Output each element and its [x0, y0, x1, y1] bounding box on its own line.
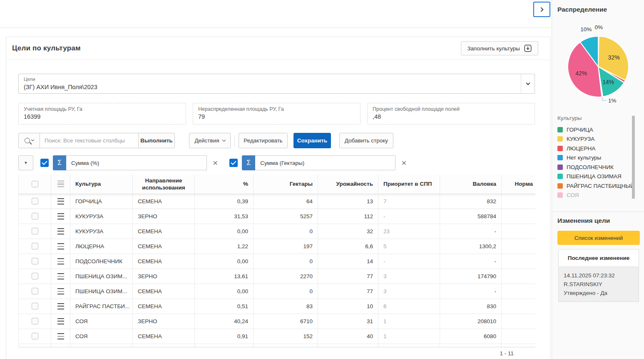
row-checkbox[interactable]	[32, 243, 38, 249]
cell-usage[interactable]: ЗЕРНО	[133, 269, 195, 284]
row-menu-cell[interactable]	[51, 284, 70, 299]
cell-gross[interactable]: -	[440, 284, 502, 299]
row-menu-cell[interactable]	[51, 254, 70, 269]
row-menu-icon[interactable]	[57, 213, 64, 219]
cell-percent[interactable]: 0,00	[195, 254, 254, 269]
row-menu-icon[interactable]	[57, 288, 64, 294]
cell-hectares[interactable]: 197	[254, 239, 318, 254]
row-menu-cell[interactable]	[51, 314, 70, 329]
row-select-cell[interactable]	[19, 254, 51, 269]
row-checkbox[interactable]	[32, 228, 38, 234]
row-menu-icon[interactable]	[57, 333, 64, 339]
cell-hectares[interactable]: 6710	[254, 314, 318, 329]
goal-select-caret[interactable]	[521, 74, 535, 93]
row-menu-cell[interactable]	[51, 299, 70, 314]
cell-percent[interactable]: 31,53	[195, 209, 254, 224]
legend-item[interactable]: РАЙГРАС ПАСТБИЩНЫЙ	[557, 181, 640, 191]
cell-yield[interactable]: 31	[318, 314, 378, 329]
aggregate-menu-button[interactable]: ▼	[18, 155, 33, 170]
column-header-usage[interactable]: Направление использования	[133, 175, 195, 194]
cell-culture[interactable]: ЛЮЦЕРНА	[70, 239, 133, 254]
row-menu-cell[interactable]	[51, 239, 70, 254]
cell-hectares[interactable]: 0	[254, 284, 318, 299]
cell-gross[interactable]: 588784	[440, 209, 502, 224]
cell-norm[interactable]	[502, 314, 536, 329]
goal-select[interactable]: Цели (ЗГ) АХИ Ивня_Поля\2023	[18, 74, 535, 94]
cell-norm[interactable]	[502, 224, 536, 239]
row-checkbox[interactable]	[32, 198, 38, 204]
cell-culture[interactable]: СОЯ	[70, 329, 133, 344]
row-select-cell[interactable]	[19, 224, 51, 239]
cell-norm[interactable]	[502, 209, 536, 224]
legend-item[interactable]: СОЯ	[557, 191, 640, 200]
sigma-icon[interactable]: Σ	[53, 155, 66, 170]
cell-usage[interactable]: СЕМЕНА	[133, 194, 195, 209]
cell-culture[interactable]: КУКУРУЗА	[70, 209, 133, 224]
cell-hectares[interactable]: 83	[254, 299, 318, 314]
row-select-cell[interactable]	[19, 314, 51, 329]
row-menu-icon[interactable]	[57, 258, 64, 264]
legend-item[interactable]: ЛЮЦЕРНА	[557, 144, 640, 153]
fill-cultures-button[interactable]: Заполнить культуры	[461, 41, 538, 55]
edit-button[interactable]: Редактировать	[239, 133, 288, 148]
cell-usage[interactable]: ЗЕРНО	[133, 314, 195, 329]
cell-percent[interactable]: 0,91	[195, 329, 254, 344]
cell-percent[interactable]: 0,51	[195, 299, 254, 314]
cell-usage[interactable]: СЕМЕНА	[133, 284, 195, 299]
search-input[interactable]	[40, 133, 139, 148]
remove-aggregate2-icon[interactable]: ×	[401, 159, 406, 167]
cell-culture[interactable]: СОЯ	[70, 314, 133, 329]
collapse-panel-button[interactable]	[533, 2, 550, 17]
cell-norm[interactable]	[502, 299, 536, 314]
column-header-gross[interactable]: Валовка	[440, 175, 502, 194]
aggregate2-checkbox[interactable]	[229, 159, 238, 167]
row-checkbox[interactable]	[32, 273, 38, 279]
cell-gross[interactable]: -	[440, 224, 502, 239]
row-select-cell[interactable]	[19, 194, 51, 209]
row-select-cell[interactable]	[19, 239, 51, 254]
legend-item[interactable]: ПОДСОЛНЕЧНИК	[557, 162, 640, 172]
cell-usage[interactable]: СЕМЕНА	[133, 224, 195, 239]
row-menu-cell[interactable]	[51, 209, 70, 224]
changes-list-button[interactable]: Список изменений	[557, 231, 640, 245]
column-header-priority[interactable]: Приоритет в СПП	[378, 175, 440, 194]
legend-item[interactable]: Нет культуры	[557, 153, 640, 163]
cell-yield[interactable]: 77	[318, 284, 378, 299]
row-checkbox[interactable]	[32, 288, 38, 294]
cell-hectares[interactable]: 0	[254, 224, 318, 239]
row-menu-icon[interactable]	[57, 243, 64, 249]
cell-yield[interactable]: 13	[318, 194, 378, 209]
cell-yield[interactable]: 10	[318, 299, 378, 314]
row-menu-icon[interactable]	[57, 318, 64, 324]
row-checkbox[interactable]	[32, 258, 38, 264]
cell-yield[interactable]: 6,6	[318, 239, 378, 254]
save-button[interactable]: Сохранить	[293, 133, 331, 148]
cell-culture[interactable]: ГОРЧИЦА	[70, 194, 133, 209]
cell-culture[interactable]: ПШЕНИЦА ОЗИМ...	[70, 284, 133, 299]
cell-usage[interactable]: СЕМЕНА	[133, 299, 195, 314]
aggregate1-input[interactable]	[66, 155, 207, 170]
row-select-cell[interactable]	[19, 329, 51, 344]
sigma-icon[interactable]: Σ	[242, 155, 255, 170]
cell-hectares[interactable]: 64	[254, 194, 318, 209]
row-checkbox[interactable]	[32, 213, 38, 219]
cell-percent[interactable]: 0,00	[195, 224, 254, 239]
cell-percent[interactable]: 40,24	[195, 314, 254, 329]
column-header-culture[interactable]: Культура	[70, 175, 133, 194]
select-all-header[interactable]	[19, 175, 51, 194]
cell-culture[interactable]: ПОДСОЛНЕЧНИК	[70, 254, 133, 269]
cell-hectares[interactable]: 5257	[254, 209, 318, 224]
legend-item[interactable]: ГОРЧИЦА	[557, 125, 640, 135]
row-menu-cell[interactable]	[51, 194, 70, 209]
cell-yield[interactable]: 14	[318, 254, 378, 269]
cell-gross[interactable]: 832	[440, 194, 502, 209]
cell-norm[interactable]	[502, 329, 536, 344]
row-menu-icon[interactable]	[57, 228, 64, 234]
row-menu-cell[interactable]	[51, 329, 70, 344]
column-header-percent[interactable]: %	[195, 175, 254, 194]
cell-yield[interactable]: 112	[318, 209, 378, 224]
row-select-cell[interactable]	[19, 284, 51, 299]
row-select-cell[interactable]	[19, 299, 51, 314]
row-menu-cell[interactable]	[51, 224, 70, 239]
actions-button[interactable]: Действия	[189, 133, 231, 148]
